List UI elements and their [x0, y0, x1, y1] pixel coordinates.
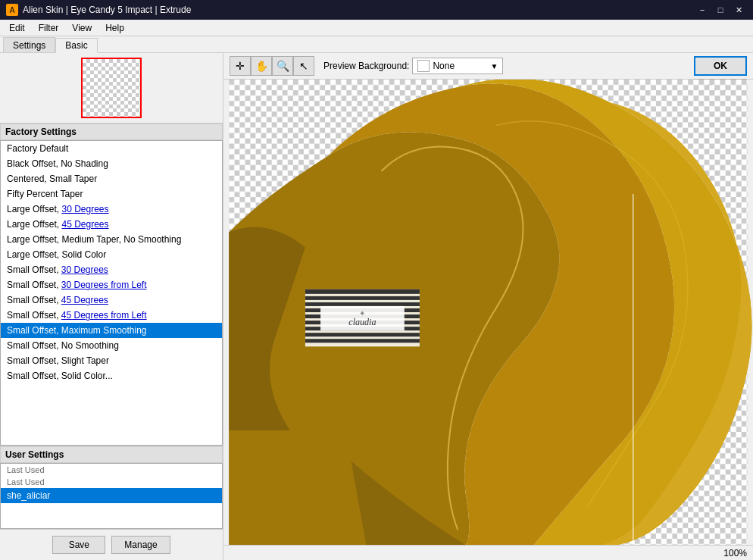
save-button[interactable]: Save	[52, 536, 105, 554]
list-item[interactable]: Small Offset, 30 Degrees from Left	[1, 277, 222, 293]
list-item[interactable]: Small Offset, Maximum Smoothing	[1, 323, 222, 338]
svg-rect-18	[305, 333, 420, 336]
svg-rect-11	[305, 289, 420, 294]
last-used-label: Last Used	[1, 476, 222, 488]
watermark: ✦ claudia	[305, 289, 420, 346]
user-settings-section: User Settings Last Used Last Usedshe_ali…	[0, 446, 223, 530]
factory-settings-list[interactable]: Factory DefaultBlack Offset, No ShadingC…	[0, 140, 223, 446]
tab-basic[interactable]: Basic	[55, 38, 97, 53]
list-item[interactable]: Centered, Small Taper	[1, 171, 222, 186]
minimize-button[interactable]: −	[694, 3, 711, 17]
preview-bg-icon	[417, 60, 430, 72]
last-used-label: Last Used	[1, 464, 222, 476]
list-item[interactable]: Large Offset, 30 Degrees	[1, 202, 222, 217]
thumbnail-preview	[81, 58, 142, 118]
list-item[interactable]: Large Offset, Solid Color	[1, 247, 222, 262]
menu-view[interactable]: View	[66, 21, 98, 35]
app-icon: A	[6, 4, 18, 16]
user-settings-label: User Settings	[5, 449, 64, 460]
list-item[interactable]: Fifty Percent Taper	[1, 186, 222, 202]
title-bar-controls: − □ ✕	[694, 3, 747, 17]
svg-rect-12	[305, 296, 420, 300]
ok-button[interactable]: OK	[694, 56, 747, 76]
menu-help[interactable]: Help	[99, 21, 130, 35]
preview-bg-dropdown[interactable]: None ▼	[412, 58, 503, 74]
preview-bg-value: None	[433, 61, 455, 71]
preview-canvas: ✦ claudia	[223, 80, 753, 545]
close-button[interactable]: ✕	[730, 3, 747, 17]
factory-settings-header: Factory Settings	[0, 124, 223, 140]
title-bar-left: A Alien Skin | Eye Candy 5 Impact | Extr…	[6, 4, 191, 16]
preview-bg-label: Preview Background:	[323, 61, 409, 71]
list-item[interactable]: Large Offset, Medium Taper, No Smoothing	[1, 232, 222, 247]
svg-rect-19	[305, 339, 420, 343]
factory-settings-section: Factory Settings Factory DefaultBlack Of…	[0, 124, 223, 446]
list-item[interactable]: Factory Default	[1, 141, 222, 156]
list-item[interactable]: Small Offset, 45 Degrees	[1, 293, 222, 308]
list-item[interactable]: Small Offset, Solid Color...	[1, 368, 222, 383]
maximize-button[interactable]: □	[712, 3, 729, 17]
menu-bar: Edit Filter View Help	[0, 20, 753, 36]
chevron-down-icon: ▼	[490, 62, 498, 70]
list-item[interactable]: Small Offset, No Smoothing	[1, 338, 222, 353]
factory-settings-label: Factory Settings	[5, 127, 77, 137]
status-bar: 100%	[223, 545, 753, 560]
list-item[interactable]: Black Offset, No Shading	[1, 156, 222, 171]
toolbar-tools: ✛ ✋ 🔍 ↖	[230, 56, 314, 76]
list-item[interactable]: Small Offset, 30 Degrees	[1, 262, 222, 277]
menu-filter[interactable]: Filter	[33, 21, 65, 35]
list-item[interactable]: Small Offset, 45 Degrees from Left	[1, 308, 222, 323]
user-list-item[interactable]: she_aliciar	[1, 488, 222, 503]
list-item[interactable]: Small Offset, Slight Taper	[1, 353, 222, 368]
window-title: Alien Skin | Eye Candy 5 Impact | Extrud…	[23, 5, 191, 15]
thumbnail-area	[0, 53, 223, 124]
button-bar: Save Manage	[0, 530, 223, 560]
user-settings-header: User Settings	[0, 446, 223, 463]
pointer-tool-button[interactable]: ↖	[293, 56, 314, 76]
crosshair-tool-button[interactable]: ✛	[230, 56, 251, 76]
menu-edit[interactable]: Edit	[3, 21, 31, 35]
main-content: Factory Settings Factory DefaultBlack Of…	[0, 53, 753, 560]
user-settings-list[interactable]: Last Used Last Usedshe_aliciar	[0, 463, 223, 529]
list-item[interactable]: Large Offset, 45 Degrees	[1, 217, 222, 232]
tab-bar: Settings Basic	[0, 36, 753, 53]
preview-area: ✦ claudia	[223, 80, 753, 545]
manage-button[interactable]: Manage	[111, 536, 170, 554]
zoom-level: 100%	[723, 548, 747, 558]
pan-tool-button[interactable]: ✋	[251, 56, 272, 76]
zoom-tool-button[interactable]: 🔍	[272, 56, 293, 76]
svg-rect-13	[305, 302, 420, 306]
svg-text:claudia: claudia	[348, 317, 376, 327]
toolbar: ✛ ✋ 🔍 ↖ Preview Background: None ▼ OK Ca…	[223, 53, 753, 80]
left-panel: Factory Settings Factory DefaultBlack Of…	[0, 53, 223, 560]
right-panel: ✛ ✋ 🔍 ↖ Preview Background: None ▼ OK Ca…	[223, 53, 753, 560]
tab-settings[interactable]: Settings	[3, 37, 55, 52]
title-bar: A Alien Skin | Eye Candy 5 Impact | Extr…	[0, 0, 753, 20]
